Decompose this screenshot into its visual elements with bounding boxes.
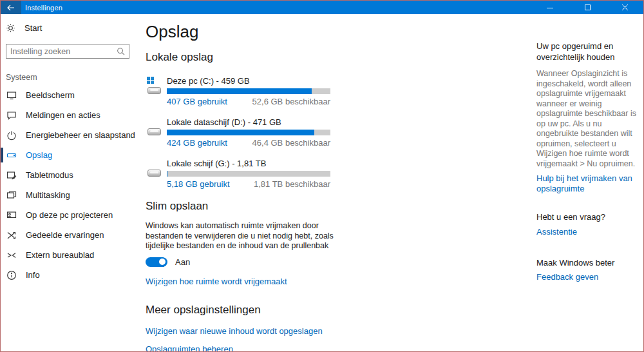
- power-icon: [6, 130, 17, 141]
- sidebar-item-remote-desktop[interactable]: Extern bureaublad: [1, 245, 139, 265]
- maximize-button[interactable]: [569, 1, 606, 14]
- storage-icon: [6, 150, 17, 161]
- sidebar-item-multitasking[interactable]: Multitasking: [1, 185, 139, 205]
- drive-row-c[interactable]: Deze pc (C:) - 459 GB 407 GB gebruikt 52…: [146, 76, 339, 106]
- gear-icon: [6, 23, 15, 33]
- drive-icon: [147, 164, 163, 177]
- multitasking-icon: [6, 190, 17, 200]
- sidebar-item-storage[interactable]: Opslag: [1, 145, 139, 165]
- notifications-icon: [6, 110, 17, 121]
- change-how-space-freed-link[interactable]: Wijzigen hoe ruimte wordt vrijgemaakt: [146, 277, 339, 286]
- window-title: Instellingen: [25, 4, 62, 12]
- drive-used-label: 407 GB gebruikt: [167, 97, 227, 106]
- drive-row-d[interactable]: Lokale dataschijf (D:) - 471 GB 424 GB g…: [146, 117, 339, 148]
- sidebar-nav: Beeldscherm Meldingen en acties Energieb…: [1, 85, 139, 285]
- toggle-knob: [159, 259, 166, 265]
- sidebar: Start Systeem Beeldscherm Meldingen e: [1, 14, 139, 351]
- project-icon: [6, 210, 17, 220]
- main-content: Opslag Lokale opslag Deze pc (C:) - 459 …: [146, 14, 339, 352]
- sidebar-item-label: Energiebeheer en slaapstand: [26, 130, 135, 140]
- back-button[interactable]: [1, 1, 21, 14]
- sidebar-item-shared-experiences[interactable]: Gedeelde ervaringen: [1, 225, 139, 245]
- change-save-location-link[interactable]: Wijzigen waar nieuwe inhoud wordt opgesl…: [146, 326, 339, 336]
- local-storage-heading: Lokale opslag: [146, 51, 339, 64]
- drive-list: Deze pc (C:) - 459 GB 407 GB gebruikt 52…: [146, 76, 339, 189]
- sidebar-item-notifications[interactable]: Meldingen en acties: [1, 105, 139, 125]
- sidebar-item-label: Tabletmodus: [26, 170, 73, 180]
- maximize-icon: [585, 5, 591, 10]
- drive-available-label: 1,81 TB beschikbaar: [254, 179, 330, 189]
- search-icon: [117, 47, 125, 55]
- close-button[interactable]: [606, 1, 643, 14]
- sidebar-item-label: Meldingen en acties: [26, 110, 100, 120]
- display-icon: [6, 90, 17, 101]
- sidebar-item-label: Gedeelde ervaringen: [26, 230, 104, 240]
- make-windows-better-heading: Maak Windows beter: [536, 257, 639, 268]
- tidy-pc-heading: Uw pc opgeruimd en overzichtelijk houden: [536, 41, 639, 63]
- drive-name: Lokale dataschijf (D:) - 471 GB: [167, 117, 339, 129]
- remote-desktop-icon: [6, 250, 17, 260]
- get-help-link[interactable]: Assistentie: [536, 227, 639, 237]
- titlebar: Instellingen: [1, 1, 643, 14]
- drive-icon: [147, 122, 163, 135]
- sidebar-item-label: Beeldscherm: [26, 90, 75, 100]
- minimize-icon: [547, 5, 553, 11]
- drive-used-label: 424 GB gebruikt: [167, 138, 227, 148]
- manage-storage-spaces-link[interactable]: Opslagruimten beheren: [146, 344, 339, 352]
- windows-logo-icon: [147, 77, 154, 84]
- sidebar-item-label: Opslag: [26, 150, 52, 160]
- drive-available-label: 52,6 GB beschikbaar: [252, 97, 330, 106]
- drive-name: Deze pc (C:) - 459 GB: [167, 76, 339, 88]
- sidebar-item-tablet-mode[interactable]: Tabletmodus: [1, 165, 139, 185]
- close-icon: [622, 5, 628, 10]
- sidebar-item-display[interactable]: Beeldscherm: [1, 85, 139, 105]
- shared-experiences-icon: [6, 230, 17, 240]
- system-drive-icon: [147, 81, 163, 94]
- page-title: Opslag: [146, 22, 339, 42]
- tablet-mode-icon: [6, 170, 17, 181]
- free-up-space-help-link[interactable]: Hulp bij het vrijmaken van opslagruimte: [536, 173, 639, 194]
- help-panel: Uw pc opgeruimd en overzichtelijk houden…: [536, 14, 639, 282]
- back-arrow-icon: [7, 5, 15, 11]
- drive-available-label: 46,4 GB beschikbaar: [252, 138, 330, 148]
- tidy-pc-body: Wanneer Opslaginzicht is ingeschakeld, w…: [536, 69, 639, 169]
- sidebar-home-label: Start: [24, 23, 42, 33]
- more-settings-heading: Meer opslaginstellingen: [146, 304, 339, 317]
- sidebar-item-power-sleep[interactable]: Energiebeheer en slaapstand: [1, 125, 139, 145]
- drive-usage-bar: [167, 130, 330, 135]
- sidebar-group-label: Systeem: [6, 73, 37, 82]
- storage-sense-heading: Slim opslaan: [146, 200, 339, 213]
- toggle-state-label: Aan: [175, 257, 190, 267]
- sidebar-item-label: Info: [26, 270, 40, 280]
- storage-sense-toggle[interactable]: [146, 257, 167, 267]
- search-input[interactable]: [10, 47, 117, 56]
- sidebar-item-label: Extern bureaublad: [26, 250, 94, 260]
- drive-used-label: 5,18 GB gebruikt: [167, 179, 230, 189]
- drive-name: Lokale schijf (G:) - 1,81 TB: [167, 159, 339, 170]
- minimize-button[interactable]: [531, 1, 569, 14]
- sidebar-item-home[interactable]: Start: [6, 23, 42, 33]
- settings-window: Instellingen Start: [0, 0, 644, 352]
- settings-search-box[interactable]: [6, 44, 129, 59]
- sidebar-item-label: Multitasking: [26, 190, 70, 200]
- drive-usage-bar: [167, 171, 330, 177]
- drive-usage-bar: [167, 88, 330, 94]
- drive-row-g[interactable]: Lokale schijf (G:) - 1,81 TB 5,18 GB geb…: [146, 159, 339, 189]
- have-question-heading: Hebt u een vraag?: [536, 211, 639, 222]
- storage-sense-description: Windows kan automatisch ruimte vrijmaken…: [146, 221, 339, 251]
- info-icon: [6, 270, 17, 280]
- give-feedback-link[interactable]: Feedback geven: [536, 272, 639, 282]
- sidebar-item-label: Op deze pc projecteren: [26, 210, 113, 220]
- sidebar-item-about[interactable]: Info: [1, 265, 139, 285]
- sidebar-item-project[interactable]: Op deze pc projecteren: [1, 205, 139, 225]
